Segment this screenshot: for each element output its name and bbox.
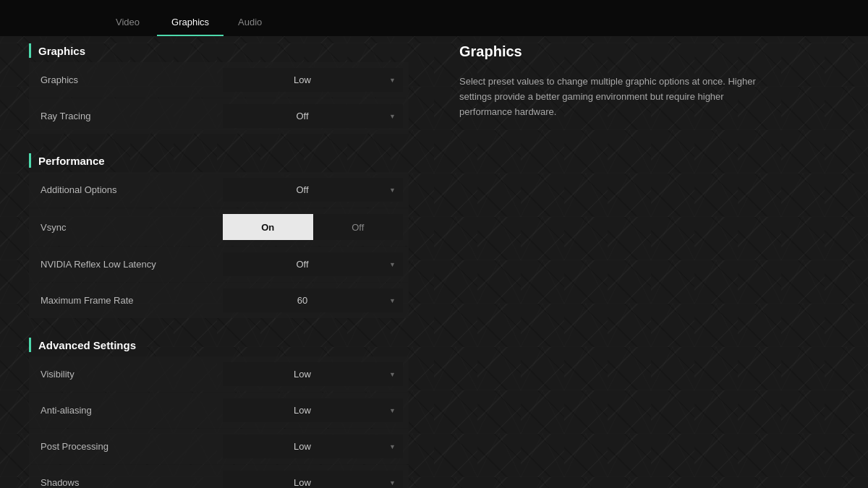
vsync-on-button[interactable]: On <box>223 214 313 240</box>
nav-tab-video[interactable]: Video <box>101 9 154 36</box>
performance-section-title: Performance <box>38 155 105 167</box>
graphics-quality-arrow-icon: ▼ <box>382 70 403 90</box>
advanced-accent-bar <box>29 338 31 352</box>
post-processing-dropdown[interactable]: Low ▼ <box>223 435 403 458</box>
nvidia-reflex-row: NVIDIA Reflex Low Latency Off ▼ <box>29 247 409 282</box>
graphics-quality-dropdown[interactable]: Low ▼ <box>223 68 403 92</box>
graphics-quality-value: Low <box>223 68 382 92</box>
visibility-control[interactable]: Low ▼ <box>217 356 409 392</box>
shadows-arrow-icon: ▼ <box>382 473 403 489</box>
max-frame-rate-dropdown[interactable]: 60 ▼ <box>223 288 403 312</box>
vsync-toggle[interactable]: On Off <box>223 214 403 240</box>
ray-tracing-label: Ray Tracing <box>29 102 217 130</box>
shadows-control[interactable]: Low ▼ <box>217 465 409 488</box>
performance-accent-bar <box>29 153 31 168</box>
post-processing-arrow-icon: ▼ <box>382 437 403 457</box>
max-frame-rate-row: Maximum Frame Rate 60 ▼ <box>29 283 409 318</box>
anti-aliasing-arrow-icon: ▼ <box>382 401 403 421</box>
graphics-section-title: Graphics <box>38 45 85 57</box>
graphics-quality-row: Graphics Low ▼ <box>29 62 409 98</box>
nvidia-reflex-dropdown[interactable]: Off ▼ <box>223 252 403 276</box>
advanced-section-header: Advanced Settings <box>29 338 409 352</box>
nvidia-reflex-arrow-icon: ▼ <box>382 254 403 275</box>
max-frame-rate-control[interactable]: 60 ▼ <box>217 283 409 318</box>
nvidia-reflex-label: NVIDIA Reflex Low Latency <box>29 250 217 278</box>
visibility-dropdown[interactable]: Low ▼ <box>223 362 403 386</box>
ray-tracing-control[interactable]: Off ▼ <box>217 98 409 134</box>
info-panel-description: Select preset values to change multiple … <box>459 74 763 119</box>
post-processing-row: Post Processing Low ▼ <box>29 429 409 464</box>
ray-tracing-row: Ray Tracing Off ▼ <box>29 98 409 134</box>
ray-tracing-arrow-icon: ▼ <box>382 106 403 127</box>
vsync-row: Vsync On Off <box>29 208 409 246</box>
additional-options-arrow-icon: ▼ <box>382 180 403 200</box>
visibility-row: Visibility Low ▼ <box>29 356 409 392</box>
additional-options-value: Off <box>223 178 382 202</box>
anti-aliasing-value: Low <box>223 398 382 422</box>
nvidia-reflex-value: Off <box>223 252 382 276</box>
max-frame-rate-arrow-icon: ▼ <box>382 291 403 311</box>
advanced-section-title: Advanced Settings <box>38 339 136 351</box>
performance-section-header: Performance <box>29 153 409 168</box>
nav-tab-graphics[interactable]: Graphics <box>157 9 224 36</box>
anti-aliasing-control[interactable]: Low ▼ <box>217 393 409 428</box>
anti-aliasing-row: Anti-aliasing Low ▼ <box>29 393 409 428</box>
vsync-label: Vsync <box>29 213 217 241</box>
graphics-quality-label: Graphics <box>29 66 217 94</box>
shadows-value: Low <box>223 471 382 488</box>
anti-aliasing-dropdown[interactable]: Low ▼ <box>223 398 403 422</box>
post-processing-value: Low <box>223 435 382 458</box>
nvidia-reflex-control[interactable]: Off ▼ <box>217 247 409 282</box>
shadows-label: Shadows <box>29 468 217 488</box>
max-frame-rate-label: Maximum Frame Rate <box>29 286 217 314</box>
graphics-accent-bar <box>29 43 31 58</box>
shadows-row: Shadows Low ▼ <box>29 465 409 488</box>
graphics-quality-control[interactable]: Low ▼ <box>217 62 409 98</box>
visibility-value: Low <box>223 362 382 386</box>
additional-options-label: Additional Options <box>29 176 217 204</box>
additional-options-row: Additional Options Off ▼ <box>29 172 409 207</box>
post-processing-label: Post Processing <box>29 432 217 461</box>
nav-tab-audio[interactable]: Audio <box>224 9 276 36</box>
post-processing-control[interactable]: Low ▼ <box>217 429 409 464</box>
visibility-label: Visibility <box>29 360 217 388</box>
anti-aliasing-label: Anti-aliasing <box>29 396 217 424</box>
additional-options-control[interactable]: Off ▼ <box>217 172 409 207</box>
ray-tracing-value: Off <box>223 104 382 128</box>
visibility-arrow-icon: ▼ <box>382 364 403 385</box>
additional-options-dropdown[interactable]: Off ▼ <box>223 178 403 202</box>
vsync-control[interactable]: On Off <box>217 208 409 246</box>
vsync-off-button[interactable]: Off <box>313 214 404 240</box>
max-frame-rate-value: 60 <box>223 288 382 312</box>
graphics-section-header: Graphics <box>29 43 409 58</box>
info-panel: Graphics Select preset values to change … <box>438 0 868 488</box>
shadows-dropdown[interactable]: Low ▼ <box>223 471 403 488</box>
info-panel-title: Graphics <box>459 43 839 60</box>
ray-tracing-dropdown[interactable]: Off ▼ <box>223 104 403 128</box>
settings-panel: Graphics Graphics Low ▼ Ray Tracing Off … <box>0 0 438 488</box>
